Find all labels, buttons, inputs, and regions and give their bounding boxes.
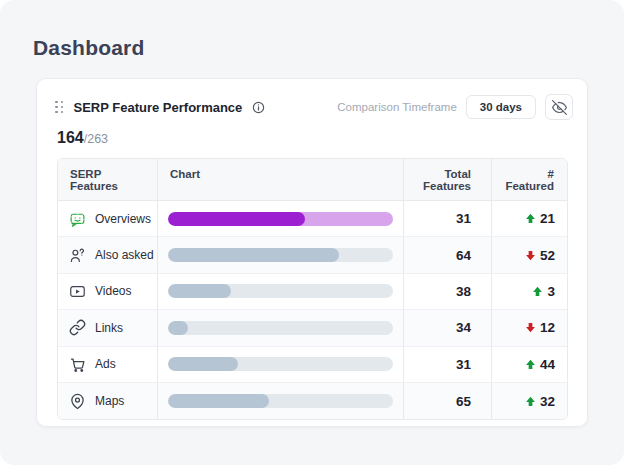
bar-fill <box>168 212 305 226</box>
table-row-also-asked: Also asked 64 52 <box>58 237 567 273</box>
trend-arrow-icon <box>525 322 536 333</box>
bar-fill <box>168 248 339 262</box>
feature-label: Overviews <box>95 212 151 226</box>
people-also-ask-icon <box>69 247 86 264</box>
feature-label: Ads <box>95 357 116 371</box>
feature-label: Also asked <box>95 248 154 262</box>
cart-icon <box>69 356 86 373</box>
bar-track <box>168 321 393 335</box>
bar-fill <box>168 321 188 335</box>
bar-fill <box>168 357 238 371</box>
featured-change-value: 21 <box>540 211 555 226</box>
link-icon <box>69 319 86 336</box>
col-header-chart: Chart <box>158 159 404 200</box>
eye-off-icon <box>552 100 567 115</box>
serp-features-table: SERP Features Chart Total Features # Fea… <box>57 158 568 420</box>
bar-fill <box>168 394 269 408</box>
bar-track <box>168 284 393 298</box>
table-row-overviews: Overviews 31 21 <box>58 201 567 237</box>
eye-off-button[interactable] <box>545 94 573 120</box>
featured-change-value: 12 <box>540 320 555 335</box>
serp-performance-card: SERP Feature Performance Comparison Time… <box>36 78 588 427</box>
trend-arrow-icon <box>525 396 536 407</box>
feature-label: Links <box>95 321 123 335</box>
trend-arrow-icon <box>532 286 543 297</box>
total-features-value: 65 <box>404 383 492 419</box>
table-row-maps: Maps 65 32 <box>58 383 567 419</box>
table-row-ads: Ads 31 44 <box>58 347 567 383</box>
col-header-serp-features: SERP Features <box>58 159 158 200</box>
table-row-videos: Videos 38 3 <box>58 274 567 310</box>
card-title: SERP Feature Performance <box>74 100 243 115</box>
total-features-value: 31 <box>404 201 492 236</box>
bar-track <box>168 248 393 262</box>
bar-fill <box>168 284 231 298</box>
timeframe-select[interactable]: 30 days <box>466 95 536 119</box>
col-header-total-features: Total Features <box>404 159 492 200</box>
info-icon[interactable] <box>252 101 265 114</box>
bar-track <box>168 394 393 408</box>
bar-track <box>168 212 393 226</box>
col-header-featured: # Featured <box>492 159 568 200</box>
page-title: Dashboard <box>33 36 145 60</box>
featured-count: 164 /263 <box>37 120 587 147</box>
table-header-row: SERP Features Chart Total Features # Fea… <box>58 159 567 201</box>
trend-arrow-icon <box>525 250 536 261</box>
featured-change-value: 44 <box>540 357 555 372</box>
bar-track <box>168 357 393 371</box>
featured-change-value: 32 <box>540 394 555 409</box>
total-features-value: 31 <box>404 347 492 382</box>
total-features-value: 34 <box>404 310 492 345</box>
total-features-value: 64 <box>404 237 492 272</box>
comparison-timeframe-label: Comparison Timeframe <box>337 101 457 113</box>
total-features-value: 38 <box>404 274 492 309</box>
table-row-links: Links 34 12 <box>58 310 567 346</box>
featured-count-total: /263 <box>84 132 108 146</box>
card-header: SERP Feature Performance Comparison Time… <box>37 79 587 120</box>
drag-handle-icon[interactable] <box>53 99 66 116</box>
feature-label: Maps <box>95 394 124 408</box>
featured-change-value: 3 <box>547 284 555 299</box>
featured-count-current: 164 <box>57 129 84 147</box>
trend-arrow-icon <box>525 213 536 224</box>
ai-overviews-icon <box>69 210 86 227</box>
map-pin-icon <box>69 393 86 410</box>
page-background: Dashboard SERP Feature Performance Compa… <box>0 0 624 465</box>
featured-change-value: 52 <box>540 248 555 263</box>
trend-arrow-icon <box>525 359 536 370</box>
feature-label: Videos <box>95 284 131 298</box>
video-icon <box>69 283 86 300</box>
